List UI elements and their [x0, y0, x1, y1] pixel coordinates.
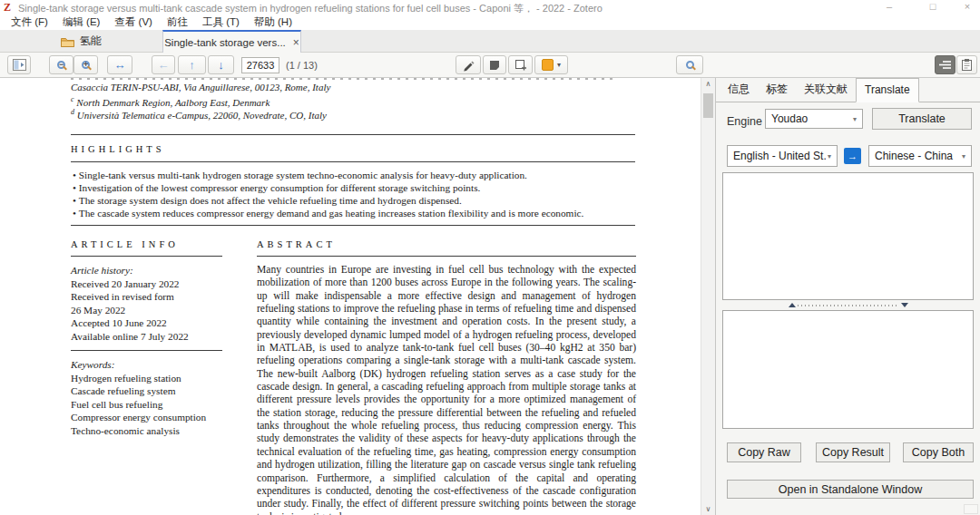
zoom-out-button[interactable]: −: [49, 55, 74, 74]
pdf-page: Casaccia TERIN-PSU-ABI, Via Anguillarese…: [0, 78, 701, 515]
tab-translate[interactable]: Translate: [856, 78, 919, 102]
window-title: Single-tank storage versus multi-tank ca…: [18, 2, 603, 15]
history-line: Accepted 10 June 2022: [71, 316, 167, 329]
highlight-tool-button[interactable]: [456, 55, 481, 74]
affiliation-line: Casaccia TERIN-PSU-ABI, Via Anguillarese…: [71, 81, 330, 93]
title-bar: Z Single-tank storage versus multi-tank …: [0, 0, 980, 15]
menu-tools[interactable]: 工具 (T): [195, 15, 247, 29]
sidebar-toggle-icon: [13, 59, 26, 71]
divider: [71, 134, 635, 135]
divider: [71, 350, 222, 351]
chevron-down-icon: ▾: [557, 61, 561, 69]
area-select-icon: [514, 59, 527, 72]
document-tab-label: Single-tank storage vers...: [164, 37, 286, 48]
open-standalone-window-button[interactable]: Open in Standalone Window: [727, 480, 974, 499]
translate-source-textarea[interactable]: [722, 172, 974, 300]
copy-raw-button[interactable]: Copy Raw: [727, 442, 801, 462]
translate-result-textarea[interactable]: [722, 310, 974, 429]
splitter-grip-icon: [798, 303, 899, 307]
tab-bar: 氢能 Single-tank storage vers... ×: [0, 30, 980, 53]
menu-view[interactable]: 查看 (V): [107, 15, 160, 29]
page-down-icon: ↓: [218, 58, 224, 72]
menu-bar: 文件 (F) 编辑 (E) 查看 (V) 前往 工具 (T) 帮助 (H): [0, 15, 980, 30]
pdf-scrollbar[interactable]: ∧ ∨: [701, 78, 715, 515]
highlights-heading: HIGHLIGHTS: [71, 144, 165, 154]
history-line: Received 20 January 2022: [71, 277, 180, 290]
view-notes-toggle[interactable]: [956, 55, 977, 74]
swap-direction-button[interactable]: →: [844, 148, 861, 164]
keyword-line: Techno-economic analysis: [71, 424, 180, 437]
article-history-label: Article history:: [71, 264, 133, 277]
article-info-heading: ARTICLE INFO: [71, 239, 179, 249]
zoom-in-icon: +: [82, 61, 90, 69]
tab-tags[interactable]: 标签: [758, 77, 796, 102]
minimize-button[interactable]: –: [877, 0, 902, 14]
target-language-select[interactable]: Chinese - China ▾: [868, 145, 972, 167]
keyword-line: Cascade refueling system: [71, 384, 175, 397]
tab-info[interactable]: 信息: [720, 77, 758, 102]
affiliation-line: d Università Telematica e-Campus, 22060,…: [71, 106, 327, 121]
lang-arrow-icon: →: [848, 151, 858, 161]
close-tab-icon[interactable]: ×: [293, 38, 299, 47]
scroll-down-icon[interactable]: ∨: [701, 505, 715, 513]
source-language-select[interactable]: English - United St... ▾: [727, 145, 838, 167]
color-swatch-icon: [542, 59, 554, 71]
panel-splitter[interactable]: [722, 301, 974, 309]
next-page-button[interactable]: ↓: [208, 55, 234, 74]
fit-width-icon: ↔: [114, 58, 126, 72]
translate-button[interactable]: Translate: [872, 108, 972, 130]
zoom-in-button[interactable]: +: [74, 55, 98, 74]
view-annotations-toggle[interactable]: [935, 55, 956, 74]
find-in-document-button[interactable]: [676, 55, 703, 74]
history-line: Received in revised form: [71, 290, 174, 303]
keywords-label: Keywords:: [71, 358, 115, 371]
clipped-text-line: [71, 78, 615, 80]
maximize-button[interactable]: □: [920, 0, 946, 14]
library-tab-label: 氢能: [80, 34, 102, 49]
copy-result-button[interactable]: Copy Result: [816, 442, 890, 462]
highlighter-icon: [462, 59, 475, 72]
divider: [71, 161, 635, 162]
close-window-button[interactable]: ×: [955, 0, 980, 14]
chevron-down-icon: ▾: [828, 152, 831, 160]
tab-document[interactable]: Single-tank storage vers... ×: [162, 30, 301, 53]
note-tool-button[interactable]: [483, 55, 506, 74]
page-number-input[interactable]: [241, 57, 279, 73]
navigate-back-button[interactable]: ←: [152, 55, 175, 74]
folder-icon: [61, 36, 74, 47]
menu-help[interactable]: 帮助 (H): [247, 15, 299, 29]
keyword-line: Hydrogen refueling station: [71, 372, 181, 384]
panel-tabs: 信息 标签 关联文献 Translate: [716, 79, 980, 102]
annotation-color-button[interactable]: ▾: [534, 55, 568, 74]
tab-related[interactable]: 关联文献: [796, 77, 856, 102]
back-arrow-icon: ←: [158, 58, 170, 72]
highlight-item: The cascade system reduces compressor en…: [73, 207, 639, 219]
history-line: Available online 7 July 2022: [71, 330, 189, 343]
engine-select[interactable]: Youdao ▾: [765, 109, 863, 129]
engine-label: Engine: [727, 115, 762, 128]
scrollbar-thumb[interactable]: [703, 93, 713, 118]
annotation-list-icon: [939, 60, 951, 70]
highlight-item: Investigation of the lowest compressor e…: [73, 181, 639, 194]
previous-page-button[interactable]: ↑: [178, 55, 206, 74]
resize-grip[interactable]: [964, 504, 978, 514]
copy-both-button[interactable]: Copy Both: [903, 442, 974, 462]
highlight-item: The storage system design does not affec…: [73, 194, 639, 207]
clipboard-icon: [962, 59, 972, 71]
menu-file[interactable]: 文件 (F): [4, 15, 55, 29]
chevron-down-icon: ▾: [853, 115, 857, 123]
highlight-item: Single-tank versus multi-tank hydrogen s…: [73, 169, 639, 181]
toggle-sidebar-button[interactable]: [7, 55, 31, 74]
tab-library[interactable]: 氢能: [0, 30, 162, 53]
scroll-up-icon[interactable]: ∧: [701, 80, 715, 88]
menu-go[interactable]: 前往: [160, 15, 195, 29]
divider: [71, 256, 222, 257]
fit-width-button[interactable]: ↔: [107, 55, 132, 74]
menu-edit[interactable]: 编辑 (E): [55, 15, 108, 29]
history-line: 26 May 2022: [71, 304, 125, 316]
page-indicator: (1 / 13): [286, 60, 318, 71]
main-area: Casaccia TERIN-PSU-ABI, Via Anguillarese…: [0, 78, 980, 515]
zoom-out-icon: −: [57, 61, 65, 69]
area-select-tool-button[interactable]: [508, 55, 533, 74]
right-panel: 信息 标签 关联文献 Translate Engine Youdao ▾ Tra…: [715, 78, 980, 515]
